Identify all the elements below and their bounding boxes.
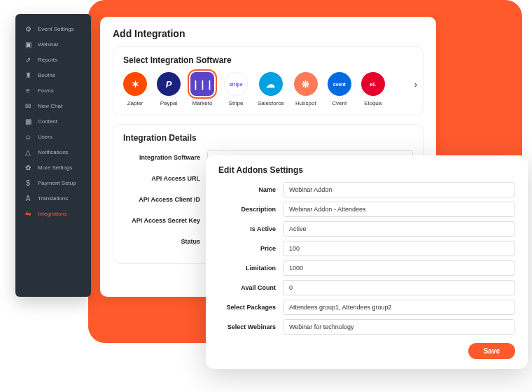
form-icon: ≡ — [24, 86, 32, 94]
field-label: Avail Count — [218, 284, 283, 291]
software-salesforce[interactable]: ☁Salesforce — [258, 72, 284, 106]
section-title: Select Integration Software — [123, 55, 413, 65]
bell-icon: △ — [24, 148, 32, 156]
software-row: ✶Zapier PPaypal ❘❘❘Marketo stripeStripe … — [123, 72, 413, 106]
video-icon: ▣ — [24, 40, 32, 48]
integrations-icon: ⇆ — [24, 209, 32, 218]
software-label: Paypal — [160, 100, 177, 106]
packages-input[interactable] — [283, 300, 515, 315]
price-input[interactable] — [283, 241, 515, 256]
field-label: API Access Secret Key — [123, 217, 207, 224]
software-label: Marketo — [192, 100, 213, 106]
chevron-right-icon: › — [414, 79, 417, 90]
sidebar-item-label: Integrations — [38, 211, 67, 217]
field-label: Description — [218, 206, 283, 213]
avail-count-input[interactable] — [283, 280, 515, 295]
edit-addons-modal: Edit Addons Settings Name Description Is… — [206, 155, 528, 369]
sidebar-item-label: Content — [38, 118, 57, 125]
eloqua-icon: el. — [361, 72, 385, 96]
software-label: Hubspot — [295, 100, 316, 106]
gear-icon: ⚙ — [24, 24, 32, 33]
sidebar-item-reports[interactable]: ⇗Reports — [15, 52, 91, 67]
field-label: API Access Client ID — [123, 196, 207, 203]
description-input[interactable] — [283, 202, 515, 217]
limitation-input[interactable] — [283, 260, 515, 276]
sidebar-item-label: New Chat — [38, 103, 62, 109]
software-paypal[interactable]: PPaypal — [157, 72, 181, 106]
modal-title: Edit Addons Settings — [218, 165, 515, 175]
sidebar-item-content[interactable]: ▦Content — [15, 113, 91, 129]
sidebar-item-integrations[interactable]: ⇆Integrations — [15, 206, 91, 221]
field-label: Select Webinars — [218, 323, 283, 330]
sidebar-item-label: Translations — [38, 195, 68, 202]
field-label: Limitation — [218, 265, 283, 272]
sidebar-item-forms[interactable]: ≡Forms — [15, 83, 91, 98]
field-label: Integration Software — [123, 154, 207, 161]
sidebar: ⚙Event Settings ▣Webinar ⇗Reports ♜Booth… — [15, 14, 91, 297]
sidebar-item-label: Users — [38, 134, 52, 140]
translate-icon: A — [24, 194, 32, 202]
software-stripe[interactable]: stripeStripe — [224, 72, 248, 106]
sidebar-item-label: Webinar — [38, 41, 59, 48]
software-hubspot[interactable]: ❊Hubspot — [294, 72, 318, 106]
software-label: Zapier — [127, 100, 144, 106]
sidebar-item-translations[interactable]: ATranslations — [15, 190, 91, 206]
chart-icon: ⇗ — [24, 55, 32, 64]
software-zapier[interactable]: ✶Zapier — [123, 72, 147, 106]
sidebar-item-label: Event Settings — [38, 26, 74, 32]
software-label: Eloqua — [364, 100, 382, 106]
sidebar-item-label: Payment Setup — [38, 180, 76, 186]
software-label: Stripe — [229, 100, 244, 106]
salesforce-icon: ☁ — [259, 72, 283, 96]
sidebar-item-new-chat[interactable]: ✉New Chat — [15, 98, 91, 113]
booth-icon: ♜ — [24, 71, 32, 79]
software-select-box: Select Integration Software ✶Zapier PPay… — [113, 46, 424, 115]
zapier-icon: ✶ — [123, 72, 147, 96]
chat-icon: ✉ — [24, 102, 32, 110]
sidebar-item-webinar[interactable]: ▣Webinar — [15, 36, 91, 52]
field-label: Status — [123, 238, 207, 245]
section-title: Integration Details — [123, 133, 413, 143]
software-cvent[interactable]: cventCvent — [328, 72, 351, 106]
software-label: Salesforce — [258, 100, 284, 106]
hubspot-icon: ❊ — [294, 72, 318, 96]
sidebar-item-event-settings[interactable]: ⚙Event Settings — [15, 21, 91, 36]
sidebar-item-more-settings[interactable]: ✿More Settings — [15, 160, 91, 175]
stripe-icon: stripe — [224, 72, 248, 96]
paypal-icon: P — [157, 72, 181, 96]
sidebar-item-label: Notifications — [38, 149, 69, 155]
is-active-input[interactable] — [283, 221, 515, 237]
cog-icon: ✿ — [24, 163, 32, 172]
software-marketo[interactable]: ❘❘❘Marketo — [190, 72, 214, 106]
field-label: Is Active — [218, 225, 283, 232]
content-icon: ▦ — [24, 117, 32, 125]
payment-icon: $ — [24, 178, 32, 187]
marketo-icon: ❘❘❘ — [190, 72, 214, 96]
sidebar-item-label: Reports — [38, 57, 57, 63]
save-button[interactable]: Save — [468, 343, 515, 359]
sidebar-item-label: Forms — [38, 88, 54, 94]
name-input[interactable] — [283, 182, 515, 197]
sidebar-item-label: More Settings — [38, 164, 72, 171]
webinars-input[interactable] — [283, 319, 515, 335]
user-icon: ☺ — [24, 132, 32, 141]
field-label: Price — [218, 245, 283, 252]
sidebar-item-label: Booths — [38, 72, 55, 78]
sidebar-item-users[interactable]: ☺Users — [15, 129, 91, 144]
page-title: Add Integration — [113, 28, 424, 39]
software-eloqua[interactable]: el.Eloqua — [361, 72, 385, 106]
software-label: Cvent — [332, 100, 346, 106]
scroll-right-button[interactable]: › — [414, 79, 417, 90]
field-label: API Access URL — [123, 175, 207, 182]
field-label: Select Packages — [218, 304, 283, 311]
field-label: Name — [218, 186, 283, 193]
sidebar-item-payment-setup[interactable]: $Payment Setup — [15, 175, 91, 190]
sidebar-item-booths[interactable]: ♜Booths — [15, 67, 91, 83]
cvent-icon: cvent — [328, 72, 351, 96]
sidebar-item-notifications[interactable]: △Notifications — [15, 144, 91, 160]
